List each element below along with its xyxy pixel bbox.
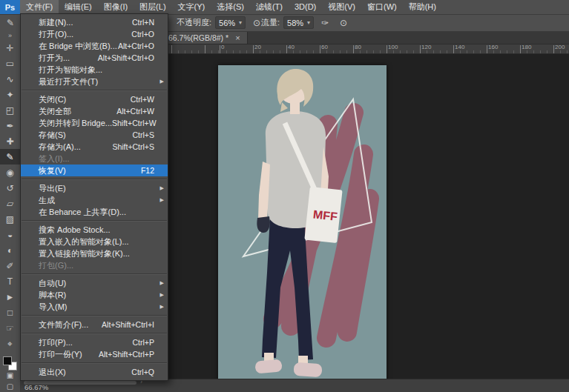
menu-item-shortcut: Ctrl+S [133, 130, 163, 139]
brush-tool[interactable]: ✎ [0, 149, 20, 165]
history-brush-tool[interactable]: ↺ [0, 180, 20, 196]
menu-item[interactable]: 打开为智能对象... [21, 64, 168, 76]
tools-list: ✛▭∿✦◰✒✚✎◉↺▱▨◒◐✐T►□☞⌖ [0, 40, 20, 351]
ruler-number: 120 [421, 44, 431, 50]
menu-item[interactable]: 打开(O)...Ctrl+O [21, 28, 168, 40]
menubar-item[interactable]: 图层(L) [134, 0, 171, 14]
menu-item-label: 置入链接的智能对象(K)... [39, 248, 130, 259]
menu-item[interactable]: 打印一份(Y)Alt+Shift+Ctrl+P [21, 348, 168, 360]
dodge-tool[interactable]: ◐ [0, 242, 20, 258]
screen-mode-button[interactable]: ▢ [0, 381, 20, 392]
menu-item[interactable]: 存储(S)Ctrl+S [21, 129, 168, 141]
airbrush-icon[interactable]: ✑ [318, 16, 332, 30]
menu-separator [22, 273, 167, 275]
menu-item[interactable]: 在 Behance 上共享(D)... [21, 206, 168, 218]
quick-mask-button[interactable]: ▣ [0, 371, 20, 382]
clone-stamp-tool[interactable]: ◉ [0, 165, 20, 180]
shape-tool[interactable]: □ [0, 305, 20, 320]
menu-item-label: 生成 [39, 195, 55, 206]
type-tool[interactable]: T [0, 273, 20, 289]
move-tool[interactable]: ✛ [0, 40, 20, 56]
menu-item: 打包(G)... [21, 259, 168, 271]
menu-item-label: 打印一份(Y) [39, 349, 82, 360]
menu-item-label: 打开(O)... [39, 29, 73, 40]
menu-item-label: 脚本(R) [39, 290, 66, 301]
eraser-tool[interactable]: ▱ [0, 196, 20, 211]
menubar-item[interactable]: 选择(S) [211, 0, 250, 14]
menu-item[interactable]: 自动(U)▶ [21, 277, 168, 289]
brush-preset-picker[interactable]: ✎ [3, 16, 18, 30]
eyedropper-tool[interactable]: ✒ [0, 118, 20, 133]
menu-item-label: 关闭全部 [39, 106, 71, 117]
menu-item[interactable]: 置入链接的智能对象(K)... [21, 248, 168, 259]
opacity-value[interactable]: 56% ▾ [215, 16, 246, 29]
menubar-item[interactable]: 窗口(W) [361, 0, 403, 14]
menu-item[interactable]: 退出(X)Ctrl+Q [21, 366, 168, 378]
menu-item[interactable]: 关闭全部Alt+Ctrl+W [21, 105, 168, 117]
document-canvas[interactable]: MFF [218, 65, 387, 379]
flow-caret-icon: ▾ [307, 19, 310, 26]
menu-item[interactable]: 关闭(C)Ctrl+W [21, 93, 168, 105]
path-selection-tool[interactable]: ► [0, 289, 20, 305]
menu-item-shortcut: Shift+Ctrl+S [112, 142, 163, 151]
flow-value[interactable]: 58% ▾ [283, 16, 314, 29]
menu-item[interactable]: 生成▶ [21, 194, 168, 206]
submenu-arrow-icon: ▶ [160, 79, 164, 84]
foreground-color-swatch[interactable] [3, 356, 12, 365]
zoom-tool[interactable]: ⌖ [0, 336, 20, 351]
menubar-item[interactable]: 3D(D) [289, 0, 322, 14]
menubar-item[interactable]: 视图(V) [322, 0, 361, 14]
menubar-item[interactable]: 帮助(H) [403, 0, 442, 14]
menu-item-shortcut: Ctrl+W [131, 95, 163, 104]
menubar-item[interactable]: 编辑(E) [59, 0, 98, 14]
flow-label: 流量: [261, 17, 280, 28]
ruler-number: 80 [355, 44, 361, 50]
document-tab-title: 66.7%(RGB/8#) * [168, 33, 228, 42]
pen-tool[interactable]: ✐ [0, 258, 20, 273]
menu-item-label: 文件简介(F)... [39, 319, 88, 330]
menu-item[interactable]: 存储为(A)...Shift+Ctrl+S [21, 141, 168, 153]
gradient-tool[interactable]: ▨ [0, 211, 20, 227]
menu-item-label: 退出(X) [39, 367, 66, 378]
menu-item[interactable]: 打开为...Alt+Shift+Ctrl+O [21, 52, 168, 64]
menu-item-label: 在 Behance 上共享(D)... [39, 207, 126, 218]
collapse-tools-button[interactable]: » [8, 31, 12, 40]
menu-item-shortcut: Shift+Ctrl+W [112, 119, 165, 127]
menu-item-label: 打包(G)... [39, 260, 73, 271]
menu-item-label: 新建(N)... [39, 17, 73, 28]
menubar-item[interactable]: 图像(I) [98, 0, 134, 14]
menu-item[interactable]: 脚本(R)▶ [21, 289, 168, 301]
marquee-tool[interactable]: ▭ [0, 56, 20, 71]
menubar-item[interactable]: 文字(Y) [172, 0, 211, 14]
menu-item[interactable]: 置入嵌入的智能对象(L)... [21, 236, 168, 248]
menu-separator [22, 362, 167, 364]
blur-tool[interactable]: ◒ [0, 227, 20, 242]
zoom-level-field[interactable]: 66.67% [24, 383, 48, 391]
menu-item-label: 存储为(A)... [39, 142, 81, 153]
quick-selection-tool[interactable]: ✦ [0, 87, 20, 102]
lasso-tool[interactable]: ∿ [0, 71, 20, 87]
photoshop-window: Ps 文件(F)编辑(E)图像(I)图层(L)文字(Y)选择(S)滤镜(T)3D… [0, 0, 569, 392]
menu-item[interactable]: 搜索 Adobe Stock... [21, 224, 168, 236]
color-swatches[interactable] [0, 353, 20, 371]
healing-brush-tool[interactable]: ✚ [0, 133, 20, 149]
crop-tool[interactable]: ◰ [0, 102, 20, 118]
menubar-item[interactable]: 文件(F) [20, 0, 59, 14]
document-tab[interactable]: 66.7%(RGB/8#) * × [162, 31, 248, 44]
pressure-size-icon[interactable]: ⊙ [336, 16, 351, 30]
menu-item[interactable]: 打印(P)...Ctrl+P [21, 336, 168, 348]
submenu-arrow-icon: ▶ [160, 304, 164, 310]
menu-item[interactable]: 导出(E)▶ [21, 182, 168, 194]
menu-item[interactable]: 文件简介(F)...Alt+Shift+Ctrl+I [21, 319, 168, 330]
tab-close-icon[interactable]: × [235, 34, 240, 41]
ruler-number: 60 [321, 44, 328, 50]
menubar-item[interactable]: 滤镜(T) [250, 0, 289, 14]
menu-item[interactable]: 最近打开文件(T)▶ [21, 76, 168, 87]
menu-item[interactable]: 导入(M)▶ [21, 301, 168, 313]
menu-item[interactable]: 在 Bridge 中浏览(B)...Alt+Ctrl+O [21, 40, 168, 52]
menu-item[interactable]: 恢复(V)F12 [21, 165, 168, 176]
menu-item[interactable]: 新建(N)...Ctrl+N [21, 16, 168, 28]
artwork: MFF [218, 65, 387, 379]
menu-item[interactable]: 关闭并转到 Bridge...Shift+Ctrl+W [21, 117, 168, 129]
hand-tool[interactable]: ☞ [0, 320, 20, 336]
